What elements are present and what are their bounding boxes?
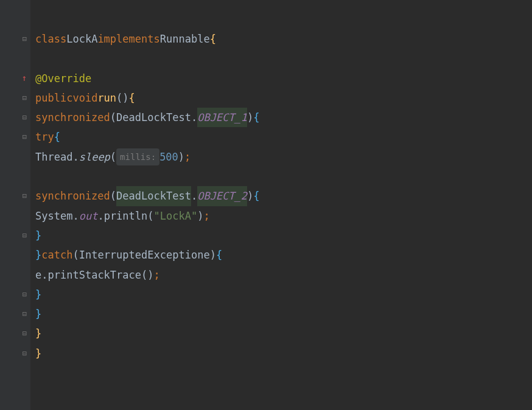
gutter-fold-sync1[interactable]: ⊟ [23, 108, 27, 127]
code-line-14[interactable]: } [35, 285, 532, 304]
gutter-fold-end2[interactable]: ⊟ [23, 285, 27, 304]
gutter-override-marker[interactable]: ↑ [22, 69, 27, 88]
code-line-11[interactable]: } [35, 226, 532, 245]
gutter-fold-end3[interactable]: ⊟ [23, 304, 27, 324]
code-line-17[interactable]: } [35, 344, 532, 363]
code-line-3[interactable]: @Override [35, 69, 532, 88]
gutter-fold-end5[interactable]: ⊟ [23, 344, 27, 363]
code-line-10[interactable]: System.out.println("LockA"); [35, 206, 532, 226]
code-line-8[interactable] [35, 167, 532, 186]
code-line-4[interactable]: public void run() { [35, 88, 532, 108]
gutter-fold-end4[interactable]: ⊟ [23, 324, 27, 343]
code-line-6[interactable]: try { [35, 127, 532, 147]
gutter-fold-class[interactable]: ⊟ [23, 29, 27, 49]
code-line-5[interactable]: synchronized (DeadLockTest.OBJECT_1) { [35, 108, 532, 127]
code-line-13[interactable]: e.printStackTrace(); [35, 265, 532, 285]
gutter-fold-sync2[interactable]: ⊟ [23, 186, 27, 206]
code-line-12[interactable]: } catch (InterruptedException e) { [35, 245, 532, 265]
code-line-1[interactable]: class LockA implements Runnable { [35, 29, 532, 49]
gutter-fold-end[interactable]: ⊟ [23, 226, 27, 245]
code-editor[interactable]: class LockA implements Runnable { @Overr… [30, 0, 532, 410]
code-line-2[interactable] [35, 49, 532, 68]
gutter-fold-method[interactable]: ⊟ [23, 88, 27, 108]
code-line-9[interactable]: synchronized (DeadLockTest.OBJECT_2) { [35, 186, 532, 206]
gutter-fold-try[interactable]: ⊟ [23, 127, 27, 147]
code-line-15[interactable]: } [35, 304, 532, 324]
editor-gutter: ⊟ ↑ ⊟ ⊟ ⊟ ⊟ ⊟ ⊟ ⊟ ⊟ ⊟ [0, 0, 30, 410]
code-line-7[interactable]: Thread.sleep( millis: 500); [35, 147, 532, 167]
code-line-16[interactable]: } [35, 324, 532, 343]
